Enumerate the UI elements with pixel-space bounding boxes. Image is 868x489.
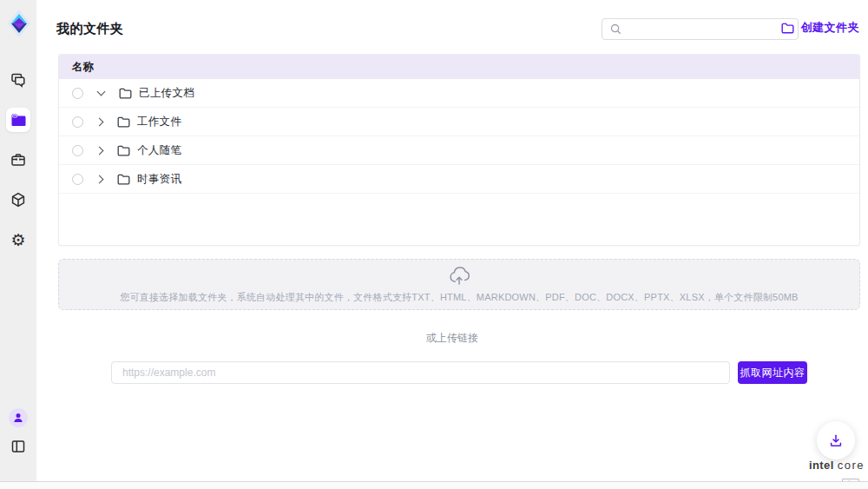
folder-name: 时事资讯 <box>137 172 181 187</box>
user-icon <box>12 412 24 424</box>
row-checkbox[interactable] <box>72 116 83 128</box>
row-checkbox[interactable] <box>72 88 83 99</box>
panel-toggle-button[interactable] <box>8 436 29 457</box>
cloud-upload-icon <box>59 266 859 289</box>
search-input[interactable] <box>627 19 798 39</box>
table-header-name: 名称 <box>59 55 859 79</box>
chevron-right-icon[interactable] <box>95 117 104 126</box>
page-header: 我的文件夹 创建文件夹 <box>56 17 859 42</box>
sidebar-item-toolbox[interactable] <box>6 148 30 172</box>
intel-word: intel <box>809 459 834 472</box>
url-upload-row: 抓取网址内容 <box>111 361 807 384</box>
sidebar: ⚙ <box>0 0 36 481</box>
table-row[interactable]: 个人随笔 <box>59 136 859 165</box>
table-row[interactable]: 已上传文档 <box>59 79 859 108</box>
sidebar-item-settings[interactable]: ⚙ <box>6 228 30 252</box>
app-logo <box>7 9 31 38</box>
window-bottom-edge <box>0 481 868 489</box>
create-folder-button[interactable]: 创建文件夹 <box>781 20 860 36</box>
cube-icon <box>10 191 27 208</box>
table-row[interactable]: 时事资讯 <box>59 165 859 194</box>
table-row[interactable]: 工作文件 <box>59 108 859 136</box>
sidebar-item-chat[interactable] <box>6 68 30 92</box>
folder-icon <box>117 145 130 156</box>
row-checkbox[interactable] <box>72 174 83 185</box>
sidebar-bottom <box>0 408 36 457</box>
upload-dropzone[interactable]: 您可直接选择加载文件夹，系统自动处理其中的文件，文件格式支持TXT、HTML、M… <box>58 259 860 310</box>
chat-icon <box>10 71 27 89</box>
folder-table: 名称 已上传文档 工作文件 个人随笔 <box>58 54 860 246</box>
panel-toggle-icon <box>10 439 26 454</box>
app-window: ⚙ 我的文件夹 <box>0 0 868 489</box>
folder-icon <box>10 113 27 127</box>
chevron-right-icon[interactable] <box>95 146 104 155</box>
folder-table-rows: 已上传文档 工作文件 个人随笔 时事资讯 <box>59 79 859 194</box>
page-title: 我的文件夹 <box>56 21 124 37</box>
or-upload-link-label: 或上传链接 <box>36 331 868 346</box>
chevron-right-icon[interactable] <box>95 175 104 183</box>
upload-hint: 您可直接选择加载文件夹，系统自动处理其中的文件，文件格式支持TXT、HTML、M… <box>59 291 859 304</box>
sidebar-item-folders[interactable] <box>6 108 30 132</box>
core-word: core <box>838 459 865 472</box>
avatar[interactable] <box>9 408 28 427</box>
folder-name: 个人随笔 <box>137 143 181 158</box>
download-icon <box>828 433 844 448</box>
folder-plus-icon <box>781 23 794 34</box>
search-box <box>602 18 799 40</box>
gem-logo-icon <box>7 9 31 38</box>
row-checkbox[interactable] <box>72 145 83 156</box>
sidebar-item-models[interactable] <box>6 188 30 212</box>
create-folder-label: 创建文件夹 <box>801 20 860 36</box>
gear-icon: ⚙ <box>10 232 25 248</box>
folder-icon <box>117 116 130 128</box>
folder-name: 已上传文档 <box>139 86 194 101</box>
fetch-url-button[interactable]: 抓取网址内容 <box>738 361 807 384</box>
folder-name: 工作文件 <box>137 115 181 129</box>
download-button[interactable] <box>817 421 855 459</box>
url-input[interactable] <box>111 361 730 384</box>
folder-icon <box>117 174 130 185</box>
search-icon <box>610 23 621 35</box>
briefcase-icon <box>10 151 27 169</box>
chevron-down-icon[interactable] <box>97 88 106 96</box>
folder-icon <box>119 88 132 99</box>
sidebar-nav: ⚙ <box>0 68 36 252</box>
main-content: 我的文件夹 创建文件夹 名称 已上传文档 <box>36 0 868 481</box>
